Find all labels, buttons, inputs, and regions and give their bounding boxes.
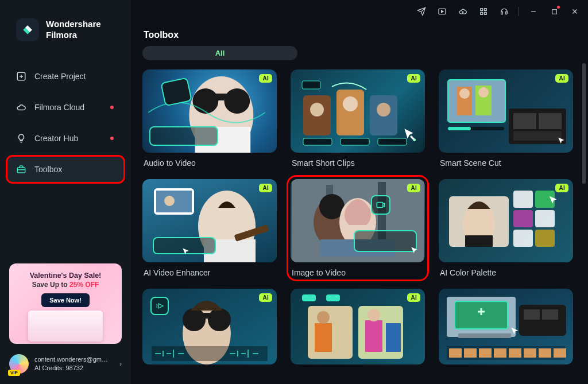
svg-rect-54 [513,191,533,208]
svg-rect-81 [449,348,462,358]
svg-point-25 [413,138,416,141]
promo-sub-pre: Save Up to [32,281,69,289]
ai-badge: AI [259,293,272,302]
ai-badge: AI [555,184,568,192]
promo-card[interactable]: Valentine's Day Sale! Save Up to 25% OFF… [9,263,122,344]
card-label: Audio to Video [142,158,277,168]
ai-badge: AI [407,184,420,192]
svg-rect-73 [386,323,401,352]
card-row3-2[interactable]: AI [291,289,425,364]
svg-rect-8 [484,12,486,14]
card-label: AI Video Enhancer [142,268,277,277]
card-thumb: AI [291,289,425,364]
sidebar-item-creator-hub[interactable]: Creator Hub [7,125,124,152]
svg-point-42 [164,196,175,206]
headset-icon[interactable] [496,3,513,20]
cloud-upload-icon[interactable] [454,3,471,20]
card-smart-short-clips[interactable]: AI Smart Short Clips [291,69,425,168]
sidebar-item-create-project[interactable]: Create Project [7,63,124,90]
svg-rect-22 [341,138,369,145]
sidebar-item-toolbox[interactable]: Toolbox [7,156,124,183]
svg-rect-76 [458,333,511,338]
sidebar-nav: Create Project Filmora Cloud Creator Hub… [0,63,131,183]
svg-rect-82 [464,348,477,358]
promo-sub-pct: 25% OFF [69,281,99,289]
svg-rect-83 [479,348,492,358]
svg-rect-71 [365,320,382,352]
svg-rect-87 [539,348,551,358]
promo-cta-button[interactable]: Save Now! [41,293,90,307]
ai-badge: AI [555,74,568,83]
card-smart-scene-cut[interactable]: AI Smart Scene Cut [439,69,573,168]
app-name: Wondershare Filmora [46,19,101,41]
toolbox-icon [16,164,26,174]
app-name-line2: Filmora [46,30,101,41]
apps-icon[interactable] [475,3,492,20]
svg-point-69 [317,311,330,324]
cloud-icon [16,102,26,113]
svg-rect-65 [302,294,316,301]
svg-rect-36 [448,127,471,130]
ai-badge: AI [259,74,272,83]
svg-rect-68 [315,323,332,352]
window-minimize-button[interactable] [525,3,542,20]
svg-point-13 [224,88,250,114]
svg-rect-56 [513,230,533,247]
ai-badge: AI [407,293,420,302]
svg-rect-55 [513,210,533,227]
notification-dot [110,137,114,140]
ai-badge: AI [407,74,420,83]
card-ai-video-enhancer[interactable]: AI AI Video Enhancer [142,179,277,277]
card-thumb: AI [142,289,277,364]
scrollbar-handle[interactable] [582,63,586,184]
card-thumb: AI [291,69,425,153]
svg-point-29 [459,88,470,99]
notification-dot [557,6,560,9]
svg-rect-78 [524,309,540,320]
card-thumb: AI [291,179,425,262]
notification-dot [110,106,114,109]
card-label: Smart Scene Cut [439,158,573,168]
filter-all-tab[interactable]: All [142,46,297,60]
tutorial-icon[interactable] [434,3,451,20]
svg-rect-32 [513,113,536,129]
card-label: Image to Video [291,268,425,277]
svg-rect-14 [206,94,237,100]
ai-badge: AI [259,184,272,192]
app-logo: Wondershare Filmora [0,10,131,53]
user-account-row[interactable]: VIP content.wonderers@gmail.... AI Credi… [0,348,131,377]
svg-rect-59 [535,230,555,247]
user-email: content.wonderers@gmail.... [34,355,109,364]
svg-rect-34 [513,131,562,141]
card-ai-color-palette[interactable]: AI AI Color Palette [439,179,573,277]
card-label: AI Color Palette [439,268,573,277]
window-close-button[interactable] [566,3,583,20]
card-audio-to-video[interactable]: AI Audio to Video [142,69,277,168]
card-thumb: AI [439,69,573,153]
send-icon[interactable] [413,3,430,20]
sidebar-item-label: Creator Hub [34,134,78,143]
window-maximize-button[interactable] [546,3,563,20]
avatar: VIP [9,354,29,374]
sidebar-item-label: Toolbox [34,165,62,174]
card-row3-3[interactable] [439,289,573,364]
svg-point-12 [192,88,218,114]
svg-rect-53 [465,235,493,247]
svg-point-20 [377,103,390,117]
filmora-logo-icon [16,18,39,41]
card-thumb: AI [142,69,277,153]
card-thumb: AI [439,179,573,262]
main: Toolbox All AI [131,0,588,384]
card-image-to-video[interactable]: AI Image to Video [291,179,425,277]
sidebar-item-filmora-cloud[interactable]: Filmora Cloud [7,94,124,121]
sidebar: Wondershare Filmora Create Project Filmo… [0,0,131,384]
svg-rect-21 [303,138,332,145]
scrollbar[interactable] [582,63,586,362]
content: Toolbox All AI [131,23,588,384]
svg-point-61 [183,308,206,331]
card-row3-1[interactable]: AI [142,289,277,364]
svg-rect-84 [494,348,506,358]
svg-rect-5 [481,9,483,11]
promo-subtitle: Save Up to 25% OFF [16,281,115,289]
svg-rect-50 [377,203,383,208]
